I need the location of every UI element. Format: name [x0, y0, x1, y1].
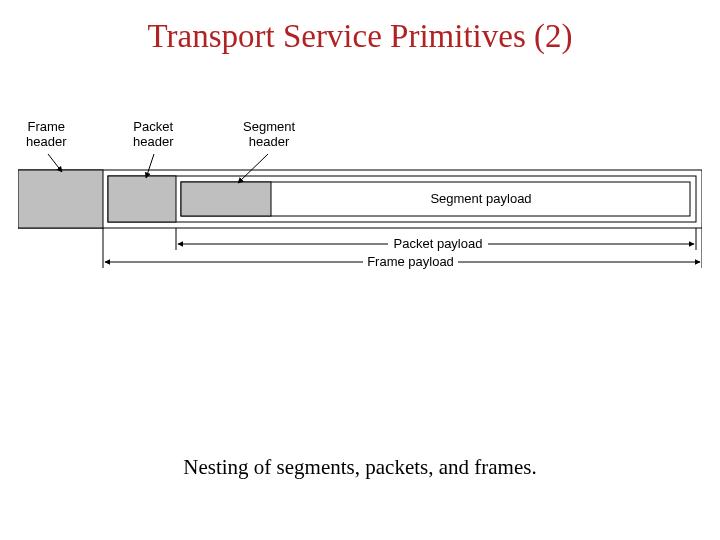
slide-title: Transport Service Primitives (2) — [0, 18, 720, 55]
slide-caption: Nesting of segments, packets, and frames… — [0, 455, 720, 480]
frame-header-rect — [18, 170, 103, 228]
frame-payload-label: Frame payload — [363, 254, 458, 269]
packet-header-rect — [108, 176, 176, 222]
packet-payload-label: Packet payload — [388, 236, 488, 251]
nesting-diagram: Frame header Packet header Segment heade… — [18, 120, 702, 320]
segment-header-rect — [181, 182, 271, 216]
segment-payload-label: Segment payload — [276, 191, 686, 206]
diagram-svg — [18, 120, 702, 320]
frame-header-arrow — [48, 154, 62, 172]
